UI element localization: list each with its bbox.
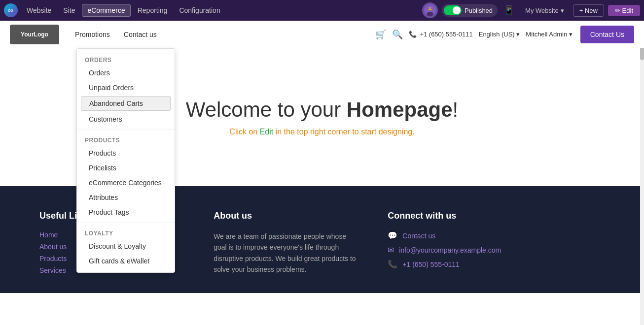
footer-connect: Connect with us 💬 Contact us ✉ info@your… bbox=[388, 211, 605, 278]
footer-contact-us: 💬 Contact us bbox=[388, 231, 605, 240]
dropdown-attributes[interactable]: Attributes bbox=[77, 190, 175, 205]
website-nav: YourLogo Promotions Contact us 🛒 🔍 📞 +1 … bbox=[0, 21, 644, 48]
svg-point-6 bbox=[430, 8, 431, 9]
website-nav-links: Promotions Contact us bbox=[69, 27, 375, 42]
phone-icon: 📞 bbox=[409, 31, 417, 38]
footer-phone-icon: 📞 bbox=[388, 260, 397, 269]
dropdown-customers[interactable]: Customers bbox=[77, 112, 175, 127]
nav-reporting[interactable]: Reporting bbox=[133, 4, 173, 16]
nav-ecommerce[interactable]: eCommerce bbox=[82, 4, 130, 17]
hero-subtitle: Click on Edit in the top right corner to… bbox=[229, 128, 414, 136]
scrollbar-track bbox=[640, 21, 644, 293]
edit-link-highlight: Edit bbox=[260, 128, 274, 136]
svg-point-5 bbox=[429, 8, 429, 9]
dropdown-abandoned-carts[interactable]: Abandoned Carts bbox=[81, 96, 171, 111]
contact-us-button[interactable]: Contact Us bbox=[580, 26, 634, 43]
footer-about-header: About us bbox=[214, 211, 358, 221]
hero-heading: Welcome to your Homepage! bbox=[186, 98, 458, 122]
dropdown-product-tags[interactable]: Product Tags bbox=[77, 205, 175, 220]
nav-site[interactable]: Site bbox=[58, 4, 80, 16]
cart-icon[interactable]: 🛒 bbox=[375, 29, 386, 40]
divider-2 bbox=[77, 223, 175, 223]
logo-text: YourLogo bbox=[21, 31, 48, 38]
dropdown-unpaid-orders[interactable]: Unpaid Orders bbox=[77, 80, 175, 95]
footer-email-link[interactable]: info@yourcompany.example.com bbox=[399, 246, 501, 254]
dropdown-pricelists[interactable]: Pricelists bbox=[77, 161, 175, 175]
footer-about-text: We are a team of passionate people whose… bbox=[214, 231, 358, 275]
phone-section: 📞 +1 (650) 555-0111 bbox=[409, 31, 472, 38]
mobile-preview-icon[interactable]: 📱 bbox=[501, 3, 516, 18]
footer-phone-link[interactable]: +1 (650) 555-0111 bbox=[402, 260, 460, 268]
dropdown-orders[interactable]: Orders bbox=[77, 65, 175, 80]
search-icon[interactable]: 🔍 bbox=[392, 29, 403, 40]
toggle-switch[interactable] bbox=[444, 5, 462, 15]
published-toggle[interactable]: Published bbox=[442, 4, 498, 17]
my-website-button[interactable]: My Website ▾ bbox=[520, 5, 569, 16]
svg-text:OO: OO bbox=[8, 9, 13, 12]
site-logo[interactable]: YourLogo bbox=[10, 25, 59, 44]
odoo-logo: OO bbox=[4, 3, 18, 17]
footer-contact-link[interactable]: Contact us bbox=[402, 232, 435, 240]
user-avatar[interactable] bbox=[422, 2, 438, 18]
nav-icons: 🛒 🔍 bbox=[375, 29, 403, 40]
footer-email: ✉ info@yourcompany.example.com bbox=[388, 245, 605, 255]
ecommerce-dropdown: Orders Orders Unpaid Orders Abandoned Ca… bbox=[76, 48, 175, 273]
nav-configuration[interactable]: Configuration bbox=[174, 4, 225, 16]
svg-point-4 bbox=[427, 12, 433, 16]
nav-promotions[interactable]: Promotions bbox=[69, 27, 116, 42]
published-label: Published bbox=[465, 7, 493, 14]
orders-section-header: Orders bbox=[77, 53, 175, 65]
admin-bar: OO Website Site eCommerce Reporting Conf… bbox=[0, 0, 644, 21]
edit-button[interactable]: ✏ Edit bbox=[608, 5, 640, 16]
new-button[interactable]: + New bbox=[573, 4, 604, 17]
loyalty-section-header: Loyalty bbox=[77, 226, 175, 239]
dropdown-ecommerce-categories[interactable]: eCommerce Categories bbox=[77, 175, 175, 190]
dropdown-discount-loyalty[interactable]: Discount & Loyalty bbox=[77, 239, 175, 254]
divider-1 bbox=[77, 130, 175, 130]
footer-connect-header: Connect with us bbox=[388, 211, 605, 221]
dropdown-products[interactable]: Products bbox=[77, 146, 175, 161]
products-section-header: Products bbox=[77, 133, 175, 146]
footer-phone: 📞 +1 (650) 555-0111 bbox=[388, 260, 605, 269]
language-selector[interactable]: English (US) ▾ bbox=[479, 31, 520, 38]
user-menu[interactable]: Mitchell Admin ▾ bbox=[526, 31, 572, 38]
chat-icon: 💬 bbox=[388, 231, 397, 240]
dropdown-gift-cards[interactable]: Gift cards & eWallet bbox=[77, 254, 175, 268]
footer-about: About us We are a team of passionate peo… bbox=[214, 211, 358, 278]
phone-number: +1 (650) 555-0111 bbox=[420, 31, 472, 38]
email-icon: ✉ bbox=[388, 245, 394, 255]
nav-contact-us[interactable]: Contact us bbox=[118, 27, 163, 42]
nav-website[interactable]: Website bbox=[22, 4, 56, 16]
